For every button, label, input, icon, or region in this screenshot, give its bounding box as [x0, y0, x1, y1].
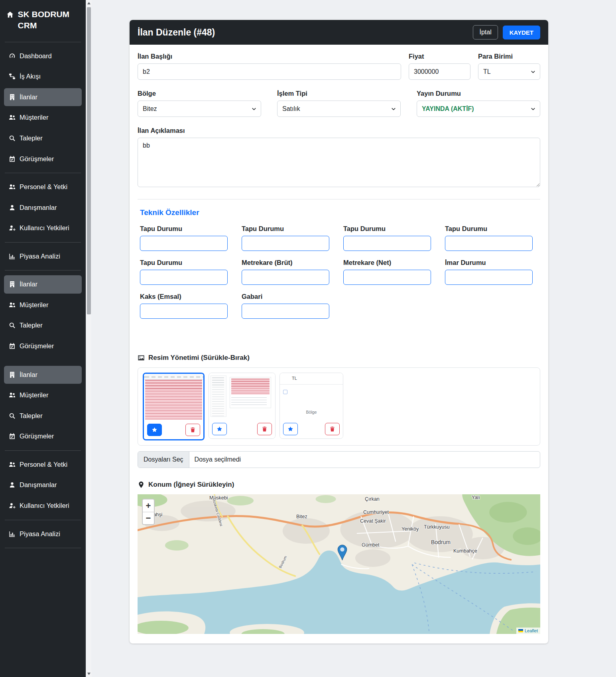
- currency-label: Para Birimi: [478, 53, 540, 60]
- sidebar-item-kullanici-yetkileri[interactable]: Kullanıcı Yetkileri: [4, 219, 82, 237]
- currency-select[interactable]: TL: [478, 63, 540, 80]
- cancel-button[interactable]: İptal: [473, 25, 498, 39]
- sidebar-item-label: Kullanıcı Yetkileri: [20, 502, 69, 509]
- sidebar-item-talepler[interactable]: Talepler: [4, 129, 82, 148]
- trash-icon: [262, 426, 268, 432]
- sidebar-item-piyasa-analizi[interactable]: Piyasa Analizi: [4, 525, 82, 543]
- star-icon: [152, 427, 157, 433]
- tech-field-input[interactable]: [445, 270, 533, 285]
- tech-field-input[interactable]: [242, 270, 329, 285]
- sidebar-item-talepler[interactable]: Talepler: [4, 407, 82, 425]
- map-tiles: [138, 494, 540, 634]
- sidebar-item-ilanlar[interactable]: İlanlar: [4, 366, 82, 384]
- sidebar-item-piyasa-analizi[interactable]: Piyasa Analizi: [4, 247, 82, 266]
- sidebar-item-musteriler[interactable]: Müşteriler: [4, 296, 82, 314]
- tech-fields-grid: Tapu Durumu Tapu Durumu Tapu Durumu Tapu…: [140, 225, 540, 319]
- transaction-type-label: İşlem Tipi: [277, 90, 401, 97]
- thumbnail-preview: [209, 373, 275, 420]
- tech-field-label: Metrekare (Net): [343, 259, 431, 266]
- map-place-label: Cumhuriyet: [363, 509, 389, 515]
- sidebar-item-talepler[interactable]: Talepler: [4, 316, 82, 335]
- zoom-in-button[interactable]: +: [143, 499, 154, 512]
- description-label: İlan Açıklaması: [138, 127, 540, 134]
- sidebar-item-danismanlar[interactable]: Danışmanlar: [4, 476, 82, 494]
- scroll-up-button[interactable]: [86, 0, 92, 6]
- card-header: İlan Düzenle (#48) İptal KAYDET: [130, 20, 548, 45]
- tech-field-input[interactable]: [242, 236, 329, 251]
- image-thumbnail[interactable]: [143, 373, 205, 440]
- tech-field-label: İmar Durumu: [445, 259, 533, 266]
- thumbnails-dropzone[interactable]: TL Bölge: [138, 367, 540, 446]
- title-input[interactable]: [138, 63, 401, 80]
- sidebar-item-gorusmeler[interactable]: Görüşmeler: [4, 337, 82, 355]
- tech-field-input[interactable]: [140, 270, 228, 285]
- delete-image-button[interactable]: [325, 423, 340, 435]
- tech-field-input[interactable]: [343, 236, 431, 251]
- publish-status-select[interactable]: YAYINDA (AKTİF): [417, 101, 540, 117]
- sidebar-item-ilanlar[interactable]: İlanlar: [4, 88, 82, 107]
- tech-section-heading: Teknik Özellikler: [140, 208, 540, 217]
- people-group-icon: [9, 182, 16, 192]
- transaction-type-select[interactable]: Satılık: [277, 101, 401, 117]
- zoom-out-button[interactable]: −: [143, 512, 154, 524]
- map[interactable]: Müskebi Yahşi Bitez Çırkan Cumhuriyet Ce…: [138, 494, 540, 634]
- tech-field-input[interactable]: [445, 236, 533, 251]
- sidebar-item-label: İlanlar: [20, 280, 37, 288]
- image-thumbnail[interactable]: [209, 373, 276, 439]
- sidebar-item-label: Danışmanlar: [20, 481, 57, 488]
- currency-value: TL: [483, 68, 491, 75]
- scroll-down-button[interactable]: [86, 671, 92, 677]
- brand[interactable]: SK BODRUM CRM: [4, 6, 82, 37]
- sidebar-item-personel-yetki[interactable]: Personel & Yetki: [4, 456, 82, 474]
- sidebar-item-kullanici-yetkileri[interactable]: Kullanıcı Yetkileri: [4, 497, 82, 515]
- tech-field-input[interactable]: [140, 304, 228, 319]
- edit-listing-card: İlan Düzenle (#48) İptal KAYDET İlan Baş…: [130, 20, 548, 643]
- delete-image-button[interactable]: [257, 423, 272, 435]
- set-cover-button[interactable]: [147, 424, 162, 436]
- save-button[interactable]: KAYDET: [503, 26, 540, 39]
- sidebar-item-label: Talepler: [20, 412, 43, 419]
- tech-field-label: Metrekare (Brüt): [242, 259, 329, 266]
- scrollbar-thumb[interactable]: [87, 7, 91, 314]
- main-content: İlan Düzenle (#48) İptal KAYDET İlan Baş…: [91, 0, 616, 677]
- sidebar-item-is-akisi[interactable]: İş Akışı: [4, 67, 82, 86]
- map-place-label: Yalı: [472, 495, 480, 500]
- tech-field-input[interactable]: [242, 304, 329, 319]
- delete-image-button[interactable]: [185, 424, 200, 436]
- image-thumbnail[interactable]: TL Bölge: [279, 373, 343, 439]
- vertical-scrollbar[interactable]: [86, 0, 91, 677]
- file-input[interactable]: Dosyaları Seç Dosya seçilmedi: [138, 451, 540, 468]
- sidebar-item-dashboard[interactable]: Dashboard: [4, 47, 82, 65]
- sidebar-item-musteriler[interactable]: Müşteriler: [4, 386, 82, 405]
- divider: [5, 548, 81, 548]
- sidebar-item-musteriler[interactable]: Müşteriler: [4, 109, 82, 127]
- divider: [5, 270, 81, 270]
- sidebar-item-gorusmeler[interactable]: Görüşmeler: [4, 427, 82, 446]
- sidebar-item-label: Müşteriler: [20, 114, 48, 121]
- sidebar-item-label: Dashboard: [20, 52, 52, 59]
- person-icon: [9, 203, 16, 213]
- map-place-label: Bitez: [296, 514, 307, 519]
- sidebar-item-label: Kullanıcı Yetkileri: [20, 224, 69, 231]
- location-section-heading: Konum (İğneyi Sürükleyin): [148, 481, 234, 489]
- leaflet-link[interactable]: Leaflet: [525, 628, 538, 633]
- sidebar-item-personel-yetki[interactable]: Personel & Yetki: [4, 178, 82, 196]
- region-select[interactable]: Bitez: [138, 101, 261, 117]
- set-cover-button[interactable]: [283, 423, 298, 435]
- choose-files-button[interactable]: Dosyaları Seç: [138, 452, 189, 468]
- tech-field-label: Gabari: [242, 293, 329, 300]
- sidebar-item-danismanlar[interactable]: Danışmanlar: [4, 199, 82, 217]
- description-textarea[interactable]: bb: [138, 138, 540, 187]
- map-marker-pin[interactable]: [337, 545, 347, 561]
- set-cover-button[interactable]: [212, 423, 227, 435]
- sidebar-item-ilanlar[interactable]: İlanlar: [4, 275, 82, 294]
- sidebar-item-gorusmeler[interactable]: Görüşmeler: [4, 150, 82, 168]
- map-zoom-control: + −: [142, 499, 155, 525]
- sidebar-item-label: Personel & Yetki: [20, 183, 67, 190]
- chevron-down-icon: [530, 106, 536, 112]
- tech-field-input[interactable]: [140, 236, 228, 251]
- thumbnail-actions: [144, 421, 203, 439]
- sidebar: SK BODRUM CRM Dashboard İş Akışı İlanlar…: [0, 0, 86, 677]
- price-input[interactable]: [409, 63, 470, 80]
- tech-field-input[interactable]: [343, 270, 431, 285]
